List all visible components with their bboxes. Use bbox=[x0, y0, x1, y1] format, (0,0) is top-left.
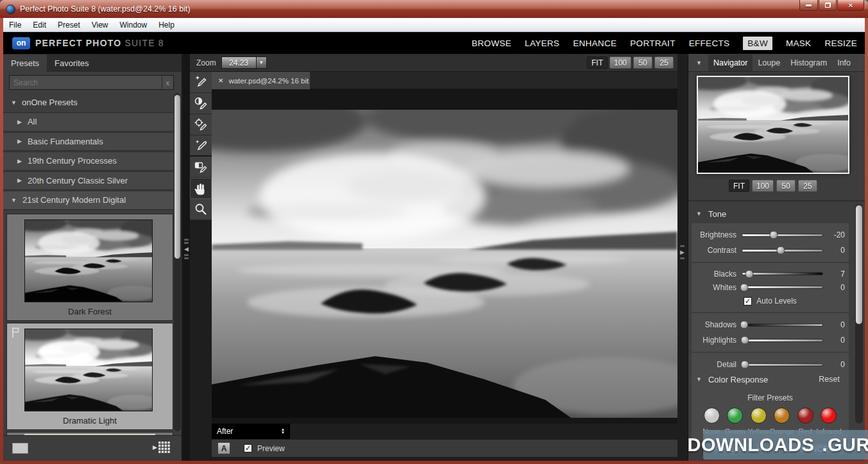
tab-navigator[interactable]: Navigator bbox=[708, 55, 753, 71]
folder-19th-century[interactable]: ▶ 19th Century Processes bbox=[3, 151, 173, 171]
folder-20th-century[interactable]: ▶ 20th Century Classic Silver bbox=[3, 171, 173, 191]
folder-all[interactable]: ▶ All bbox=[3, 112, 173, 132]
tone-section-header[interactable]: ▼ Tone bbox=[688, 205, 726, 222]
zoom-25-button[interactable]: 25 bbox=[654, 56, 674, 69]
adjustments-scrollbar[interactable] bbox=[855, 204, 863, 424]
filter-red-swatch[interactable] bbox=[797, 408, 813, 424]
search-clear-button[interactable]: x bbox=[162, 76, 174, 89]
nav-zoom-50-button[interactable]: 50 bbox=[776, 180, 796, 192]
menu-view[interactable]: View bbox=[86, 18, 114, 31]
module-layers[interactable]: LAYERS bbox=[525, 39, 559, 48]
canvas[interactable] bbox=[212, 89, 677, 424]
slider-thumb[interactable] bbox=[740, 321, 748, 329]
tool-adjustment-brush-button[interactable] bbox=[190, 93, 212, 114]
contrast-slider[interactable] bbox=[742, 249, 823, 252]
restore-button[interactable] bbox=[819, 0, 837, 11]
filter-green-swatch[interactable] bbox=[727, 408, 743, 424]
menu-window[interactable]: Window bbox=[114, 18, 153, 31]
preset-dark-forest[interactable]: Dark Forest bbox=[6, 214, 173, 321]
tab-loupe[interactable]: Loupe bbox=[753, 55, 785, 71]
scrollbar-thumb[interactable] bbox=[856, 205, 862, 324]
targeted-brush-icon bbox=[194, 117, 208, 132]
zoom-dropdown[interactable]: 24.23 ▼ bbox=[221, 56, 267, 69]
preset-dramatic-light[interactable]: Dramatic Light bbox=[6, 323, 173, 430]
panel-expand-handle[interactable]: ▶ bbox=[680, 244, 685, 261]
brand-title: PERFECT PHOTO SUITE 8 bbox=[35, 38, 164, 48]
zoom-fit-button[interactable]: FIT bbox=[587, 56, 608, 69]
module-resize[interactable]: RESIZE bbox=[824, 39, 857, 48]
tool-color-dropper-button[interactable] bbox=[190, 135, 212, 157]
filter-none-swatch[interactable] bbox=[704, 408, 720, 424]
tree-root-onone-presets[interactable]: ▼ onOne Presets bbox=[3, 93, 173, 112]
presets-scrollbar[interactable] bbox=[174, 93, 181, 431]
compare-mode-select[interactable]: After ▲▼ bbox=[212, 424, 290, 439]
module-browse[interactable]: BROWSE bbox=[472, 39, 511, 48]
blacks-slider[interactable] bbox=[742, 272, 823, 275]
tab-presets[interactable]: Presets bbox=[3, 55, 47, 72]
hand-icon bbox=[194, 182, 208, 196]
window-title: Perfect Photo Suite 8 (water.psd@24.2% 1… bbox=[20, 4, 191, 13]
tool-perfect-brush-button[interactable] bbox=[190, 72, 212, 93]
filter-orange-swatch[interactable] bbox=[774, 408, 790, 424]
menu-edit[interactable]: Edit bbox=[27, 18, 52, 31]
nav-zoom-fit-button[interactable]: FIT bbox=[729, 180, 749, 192]
menu-help[interactable]: Help bbox=[153, 18, 180, 31]
panel-collapse-handle[interactable]: ◀ bbox=[184, 237, 189, 261]
folder-21st-century[interactable]: ▼ 21st Century Modern Digital bbox=[3, 191, 173, 210]
tool-hand-button[interactable] bbox=[190, 178, 212, 199]
close-tab-icon[interactable]: ✕ bbox=[218, 77, 223, 84]
title-bar[interactable]: Perfect Photo Suite 8 (water.psd@24.2% 1… bbox=[0, 0, 868, 18]
menu-preset[interactable]: Preset bbox=[52, 18, 86, 31]
slider-thumb[interactable] bbox=[740, 361, 749, 369]
module-bw[interactable]: B&W bbox=[743, 37, 772, 50]
slider-thumb[interactable] bbox=[777, 246, 785, 255]
scrollbar-thumb[interactable] bbox=[174, 95, 180, 259]
document-tab[interactable]: ✕ water.psd@24.2% 16 bit bbox=[212, 72, 310, 89]
minimize-button[interactable] bbox=[799, 0, 818, 11]
tab-info[interactable]: Info bbox=[832, 55, 856, 71]
brightness-slider[interactable] bbox=[742, 234, 823, 237]
zoom-50-button[interactable]: 50 bbox=[633, 56, 652, 69]
collapse-right-icon: ▶ bbox=[680, 249, 685, 255]
tab-histogram[interactable]: Histogram bbox=[785, 55, 832, 71]
search-box: x bbox=[9, 75, 174, 90]
slider-thumb[interactable] bbox=[740, 283, 748, 291]
reset-button[interactable]: Reset bbox=[819, 375, 840, 384]
slider-thumb[interactable] bbox=[740, 336, 749, 345]
filter-infrared-swatch[interactable] bbox=[821, 408, 837, 424]
folder-basic-fundamentals[interactable]: ▶ Basic Fundamentals bbox=[3, 132, 173, 151]
zoom-100-button[interactable]: 100 bbox=[609, 56, 631, 69]
color-response-header[interactable]: ▼ Color Response bbox=[688, 371, 768, 388]
brightness-label: Brightness bbox=[695, 230, 736, 239]
module-effects[interactable]: EFFECTS bbox=[689, 39, 730, 48]
preview-checkbox[interactable]: ✓ bbox=[244, 444, 252, 452]
nav-zoom-25-button[interactable]: 25 bbox=[798, 180, 817, 192]
nav-zoom-100-button[interactable]: 100 bbox=[752, 180, 774, 192]
panel-collapse-icon[interactable]: ▼ bbox=[688, 60, 708, 66]
slider-thumb[interactable] bbox=[769, 231, 778, 239]
module-mask[interactable]: MASK bbox=[786, 39, 811, 48]
whites-slider[interactable] bbox=[742, 286, 823, 289]
collapse-left-icon: ◀ bbox=[184, 246, 189, 252]
thumbnail-size-button[interactable] bbox=[12, 443, 28, 454]
compare-a-button[interactable]: A bbox=[217, 442, 230, 454]
shadows-slider[interactable] bbox=[742, 323, 823, 327]
tool-masking-brush-button[interactable] bbox=[190, 157, 212, 178]
search-input[interactable] bbox=[10, 78, 162, 87]
whites-value: 0 bbox=[828, 283, 845, 292]
detail-slider[interactable] bbox=[742, 363, 823, 366]
highlights-slider[interactable] bbox=[742, 339, 823, 342]
slider-thumb[interactable] bbox=[745, 270, 754, 278]
tool-zoom-button[interactable] bbox=[190, 199, 212, 220]
menu-file[interactable]: File bbox=[3, 18, 27, 31]
filter-yellow-swatch[interactable] bbox=[751, 408, 767, 424]
chevron-down-icon: ▼ bbox=[257, 56, 267, 69]
auto-levels-checkbox[interactable]: ✓ bbox=[744, 297, 752, 305]
tool-targeted-brush-button[interactable] bbox=[190, 114, 212, 135]
module-portrait[interactable]: PORTRAIT bbox=[630, 39, 675, 48]
module-enhance[interactable]: ENHANCE bbox=[573, 39, 617, 48]
close-button[interactable]: ✕ bbox=[837, 0, 864, 11]
grid-view-button[interactable]: ▶ bbox=[153, 442, 170, 453]
tab-favorites[interactable]: Favorites bbox=[47, 55, 96, 72]
navigator-preview[interactable] bbox=[697, 76, 849, 174]
